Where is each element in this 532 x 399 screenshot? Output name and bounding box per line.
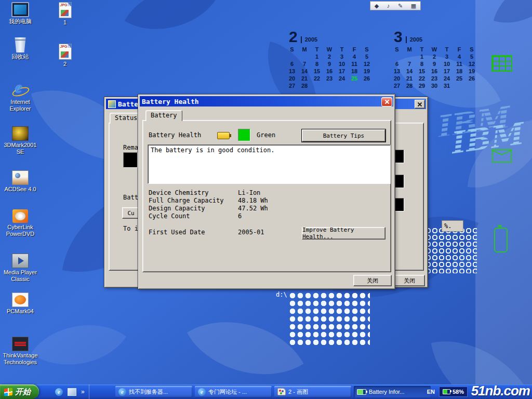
battery-small-icon	[217, 132, 230, 139]
calendar-date: 17	[441, 68, 453, 75]
calendar-grid: SMTWTFS123456789101112131415161718192021…	[286, 46, 375, 89]
desktop-file-2[interactable]: JPG2	[46, 44, 84, 68]
powerdvd-icon	[12, 209, 28, 223]
calendar-date: 23	[323, 75, 336, 82]
field-row: Cycle Count6	[149, 212, 268, 220]
system-tray: EN 58%	[424, 384, 471, 399]
task-label: 找不到服务器...	[129, 388, 168, 396]
tab-battery[interactable]: Battery	[145, 110, 182, 121]
ie-quicklaunch-icon[interactable]	[55, 388, 63, 396]
paint-icon	[277, 388, 286, 395]
current-button[interactable]: Cu	[122, 207, 140, 219]
health-status-text: Green	[257, 131, 275, 139]
calendar-date	[403, 53, 416, 60]
desktop-icon-label: ThinkVantage Technologies	[2, 352, 39, 365]
start-button[interactable]: 开始	[0, 384, 39, 399]
ie-icon	[118, 388, 126, 396]
condition-textbox[interactable]: The battery is in good condition.	[148, 144, 391, 184]
field-label: First Used Date	[149, 229, 238, 236]
calendar-title: 3 2005	[391, 27, 480, 45]
calendar-date: 28	[298, 82, 311, 89]
calendar-date: 5	[361, 53, 373, 60]
dot-pattern-outline	[425, 228, 477, 273]
input-indicator-icon[interactable]: ◆	[375, 2, 379, 9]
pen-icon[interactable]: ✎	[398, 2, 403, 9]
taskbar-task-ie[interactable]: 专门网论坛 - ...	[195, 386, 272, 397]
file-type-label: JPG	[60, 45, 68, 48]
task-label: Battery Infor...	[369, 389, 404, 395]
battery-indicator[interactable]: 58%	[439, 387, 468, 397]
calendar-date: 14	[403, 68, 416, 75]
calendar-date: 9	[323, 60, 336, 68]
desktop-icon-recycle-bin[interactable]: 回收站	[1, 37, 39, 60]
desktop-icon-thinkvantage[interactable]: ThinkVantage Technologies	[1, 337, 39, 365]
taskbar-tasks: 找不到服务器...专门网论坛 - ...2 - 画图Battery Infor.…	[115, 386, 431, 397]
calendar-day-header: F	[453, 46, 466, 53]
calendar-date: 22	[416, 75, 428, 82]
desktop-icon-media-player-classic[interactable]: Media Player Classic	[1, 254, 39, 282]
calendar-march: 3 2005 SMTWTFS12345678910111213141516171…	[391, 27, 480, 89]
desktop-icon-label: ACDSee 4.0	[4, 186, 36, 193]
field-row: Full Charge Capacity48.18 Wh	[149, 197, 268, 205]
battery-icon	[357, 389, 366, 395]
close-button-info[interactable]: 关闭	[394, 275, 425, 286]
close-button-health[interactable]: 关闭	[353, 275, 392, 286]
calendar-day-header: T	[336, 46, 348, 53]
calendar-day-header: W	[323, 46, 336, 53]
calendar-date: 4	[453, 53, 466, 60]
file-type-label: JPG	[60, 3, 68, 7]
improve-battery-health-button[interactable]: Improve Battery Health...	[302, 227, 385, 240]
calendar-date	[466, 82, 478, 89]
calendar-date: 19	[361, 68, 373, 75]
my-computer-icon	[11, 2, 29, 17]
calendar-date: 18	[348, 68, 361, 75]
battery-tips-button[interactable]: Battery Tips	[302, 129, 385, 142]
ibm-logo: IBM IBM	[430, 94, 532, 170]
close-button[interactable]	[415, 100, 425, 109]
desktop-icon-label: Media Player Classic	[2, 269, 39, 282]
taskbar-task-paint[interactable]: 2 - 画图	[274, 386, 351, 397]
taskbar-task-ie[interactable]: 找不到服务器...	[115, 386, 192, 397]
desktop-icon-pcmark04[interactable]: PCMark04	[1, 292, 39, 315]
taskbar-task-battery[interactable]: Battery Infor...	[354, 386, 431, 397]
battery-percent: 58%	[453, 389, 464, 395]
field-value: 6	[238, 212, 242, 220]
calendar-date	[311, 82, 323, 89]
health-status-swatch	[238, 129, 250, 141]
calendar-date: 10	[336, 60, 348, 68]
show-desktop-icon[interactable]	[68, 388, 76, 396]
close-button[interactable]	[381, 97, 392, 107]
calendar-date: 16	[323, 68, 336, 75]
desktop-icon-powerdvd[interactable]: CyberLink PowerDVD	[1, 209, 39, 237]
jpg-file-icon: JPG	[59, 2, 72, 18]
desktop-file-1[interactable]: JPG1	[46, 2, 84, 26]
desktop-icon-label: 3DMark2001 SE	[2, 142, 39, 155]
calendar-year: 2005	[301, 36, 317, 43]
calendar-date: 17	[336, 68, 348, 75]
language-indicator[interactable]: EN	[427, 389, 435, 395]
calendar-day-header: S	[391, 46, 403, 53]
desktop-icon-internet-explorer[interactable]: Internet Explorer	[1, 82, 39, 112]
chevron-icon[interactable]: »	[81, 388, 85, 395]
battery-tray-icon	[443, 389, 450, 394]
calendar-day-header: M	[403, 46, 416, 53]
calendar-date: 7	[298, 60, 311, 68]
ie-icon	[198, 388, 206, 396]
desktop-icon-3dmark2001-se[interactable]: 3DMark2001 SE	[1, 126, 39, 155]
calendar-date: 30	[428, 82, 441, 89]
calendar-date	[298, 53, 311, 60]
keyboard-icon[interactable]: ▦	[411, 2, 416, 9]
desktop-icon-my-computer[interactable]: 我的电脑	[1, 2, 39, 25]
calendar-date: 28	[403, 82, 416, 89]
battery-outline-icon	[494, 228, 508, 252]
desktop-icon-acdsee[interactable]: ACDSee 4.0	[1, 170, 39, 193]
calendar-date: 25	[453, 75, 466, 82]
field-label: Full Charge Capacity	[149, 197, 238, 205]
percent-label: %.	[444, 222, 451, 230]
calendar-date	[336, 82, 348, 89]
battery-health-titlebar[interactable]: Battery Health	[140, 96, 393, 107]
calendar-date: 4	[348, 53, 361, 60]
sound-icon[interactable]: ♪	[387, 2, 390, 9]
calendar-date: 20	[391, 75, 403, 82]
battery-app-icon	[108, 100, 116, 108]
